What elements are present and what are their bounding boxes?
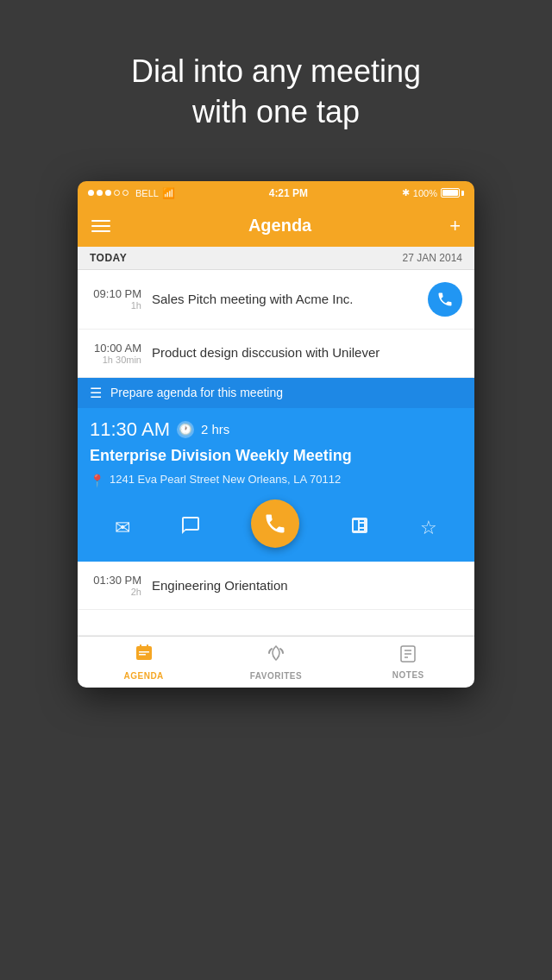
agenda-prompt-text: Prepare agenda for this meeting <box>110 386 283 399</box>
center-call-button[interactable] <box>251 499 299 548</box>
svg-rect-3 <box>139 651 149 653</box>
favorites-tab-label: FAVORITES <box>250 671 302 681</box>
meeting-row-4[interactable]: 01:30 PM 2h Engineering Orientation <box>78 562 474 610</box>
agenda-tab-icon <box>134 643 154 669</box>
selected-location-row: 📍 1241 Eva Pearl Street New Orleans, LA … <box>90 473 462 499</box>
carrier-label: BELL <box>135 188 159 198</box>
hamburger-button[interactable] <box>91 220 110 232</box>
agenda-list-icon: ☰ <box>90 385 102 401</box>
battery-percent: 100% <box>413 188 437 198</box>
svg-rect-1 <box>140 644 141 648</box>
pin-icon: 📍 <box>90 474 104 487</box>
call-button-1[interactable] <box>428 282 462 317</box>
selected-time-row: 11:30 AM 2 hrs <box>90 418 462 441</box>
notes-icon[interactable] <box>349 515 370 541</box>
tab-notes[interactable]: NOTES <box>342 637 474 688</box>
add-button[interactable]: + <box>449 215 461 237</box>
selected-meeting-content: 11:30 AM 2 hrs Enterprise Division Weekl… <box>78 408 474 499</box>
bluetooth-icon: ✱ <box>402 187 410 198</box>
status-time: 4:21 PM <box>269 187 308 199</box>
notes-tab-icon <box>398 644 418 668</box>
wifi-icon: 📶 <box>162 187 175 199</box>
meeting-row-2[interactable]: 10:00 AM 1h 30min Product design disccus… <box>78 330 474 378</box>
location-text: 1241 Eva Pearl Street New Orleans, LA 70… <box>110 473 341 486</box>
hero-title: Dial into any meeting with one tap <box>79 26 473 157</box>
meeting-row-1[interactable]: 09:10 PM 1h Sales Pitch meeting with Acm… <box>78 270 474 330</box>
status-right: ✱ 100% <box>402 187 464 198</box>
today-label: TODAY <box>90 252 127 264</box>
status-bar: BELL 📶 4:21 PM ✱ 100% <box>78 181 474 205</box>
selected-duration: 2 hrs <box>201 422 229 437</box>
meeting-time-2: 10:00 AM 1h 30min <box>90 342 141 365</box>
nav-title: Agenda <box>248 216 311 236</box>
meeting-title-4: Engineering Orientation <box>152 577 462 594</box>
svg-rect-0 <box>136 646 152 660</box>
nav-bar: Agenda + <box>78 205 474 247</box>
message-icon[interactable] <box>180 515 201 540</box>
tab-favorites[interactable]: FAVORITES <box>210 637 342 688</box>
agenda-reminder-bar[interactable]: ☰ Prepare agenda for this meeting <box>78 378 474 408</box>
notes-tab-label: NOTES <box>392 670 424 680</box>
tab-bar: AGENDA FAVORITES NOTES <box>78 636 474 688</box>
star-icon[interactable]: ☆ <box>420 517 437 539</box>
empty-space <box>78 610 474 636</box>
selected-title: Enterprise Division Weekly Meeting <box>90 446 462 466</box>
meeting-title-2: Product design disccusion with Unilever <box>152 344 462 361</box>
date-label: 27 JAN 2014 <box>403 252 462 264</box>
favorites-tab-icon <box>266 643 286 669</box>
status-left: BELL 📶 <box>88 187 175 199</box>
email-icon[interactable]: ✉ <box>115 517 130 539</box>
hero-section: Dial into any meeting with one tap <box>28 0 524 181</box>
svg-rect-2 <box>147 644 148 648</box>
date-header: TODAY 27 JAN 2014 <box>78 247 474 270</box>
action-bar: ✉ ☆ <box>78 499 474 562</box>
selected-time: 11:30 AM <box>90 418 170 441</box>
tab-agenda[interactable]: AGENDA <box>78 637 210 688</box>
meeting-time-4: 01:30 PM 2h <box>90 574 141 597</box>
battery-icon <box>441 188 464 198</box>
meeting-time-1: 09:10 PM 1h <box>90 287 141 311</box>
svg-rect-4 <box>139 654 146 656</box>
phone-frame: BELL 📶 4:21 PM ✱ 100% Agenda + TODAY 27 … <box>78 181 474 688</box>
agenda-tab-label: AGENDA <box>123 671 163 681</box>
meeting-title-1: Sales Pitch meeting with Acme Inc. <box>152 291 417 308</box>
clock-icon <box>177 421 194 438</box>
